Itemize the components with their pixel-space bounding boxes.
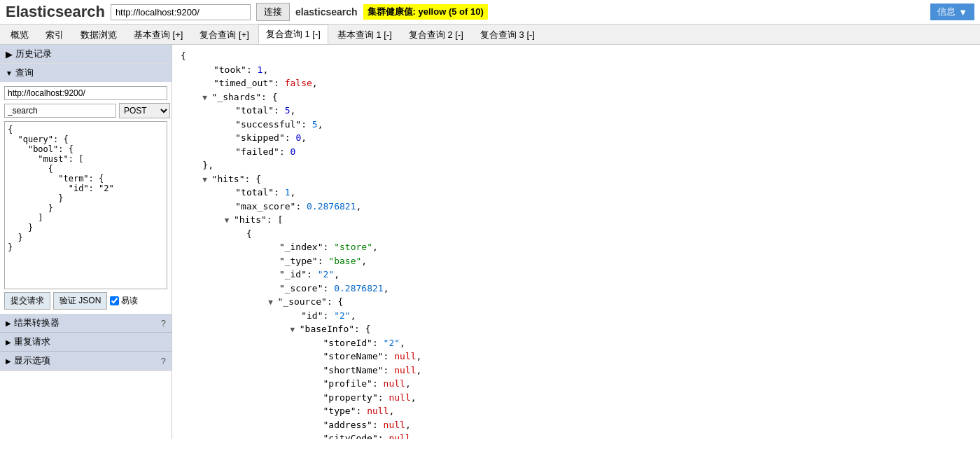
json-bracket: { [338, 296, 344, 307]
tab-item[interactable]: 数据浏览 [73, 25, 125, 44]
json-comma: , [411, 392, 416, 403]
info-button[interactable]: 信息 ▼ [930, 4, 974, 20]
submit-button[interactable]: 提交请求 [4, 292, 50, 310]
connect-button[interactable]: 连接 [256, 3, 290, 21]
result-line: ▼ "hits": [ [181, 213, 972, 227]
validate-json-button[interactable]: 验证 JSON [53, 292, 107, 310]
json-sep: : [378, 392, 389, 403]
result-line: "_id": "2", [181, 268, 972, 282]
tab-item[interactable]: 复合查询 2 [-] [401, 25, 471, 44]
json-key: "max_score" [235, 201, 295, 212]
json-link-value[interactable]: "2" [384, 338, 400, 348]
tool-label: 重复请求 [14, 336, 50, 348]
json-link-value[interactable]: 0.2876821 [334, 283, 383, 293]
header: Elasticsearch 连接 elasticsearch 集群健康值: ye… [0, 0, 980, 25]
sidebar-tool-item[interactable]: ▶ 结果转换器 ? [0, 314, 172, 333]
json-sep: : [354, 324, 365, 334]
result-line: "timed_out": false, [181, 76, 972, 90]
json-value: "store" [334, 242, 372, 252]
server-url-input[interactable] [111, 4, 251, 20]
json-key: "id" [301, 310, 323, 321]
chevron-down-icon: ▼ [958, 7, 967, 18]
json-sep: : [327, 296, 338, 307]
json-sep: : [372, 420, 384, 430]
json-value: null [388, 392, 410, 403]
json-key: "_shards" [212, 92, 261, 102]
json-sep: : [323, 283, 335, 293]
toggle-icon[interactable]: ▼ [202, 93, 211, 102]
tab-item[interactable]: 基本查询 1 [-] [330, 25, 400, 44]
json-key: "_type" [279, 256, 318, 266]
query-body-textarea[interactable] [4, 121, 167, 289]
json-comma: , [356, 201, 361, 212]
json-link-value[interactable]: 0.2876821 [307, 201, 356, 212]
toggle-icon[interactable]: ▼ [225, 216, 234, 225]
result-line: "total": 5, [181, 104, 972, 118]
json-link-value[interactable]: 1 [285, 187, 290, 198]
json-comma: , [290, 105, 296, 116]
tab-item[interactable]: 索引 [38, 25, 71, 44]
json-comma: , [372, 242, 378, 252]
query-path-input[interactable] [4, 104, 116, 118]
history-section: ▶ 历史记录 [0, 45, 172, 64]
result-line: ▼ "baseInfo": { [181, 322, 972, 336]
json-comma: , [334, 269, 340, 279]
result-line: "address": null, [181, 418, 972, 432]
help-icon[interactable]: ? [161, 356, 166, 366]
cluster-name: elasticsearch [295, 6, 358, 18]
json-key: "total" [235, 105, 274, 116]
json-comma: , [351, 310, 356, 321]
sidebar-tools: ▶ 结果转换器 ? ▶ 重复请求 ▶ 显示选项 ? [0, 314, 172, 371]
arrow-icon: ▼ [6, 69, 13, 77]
tabs-bar: 概览索引数据浏览基本查询 [+]复合查询 [+]复合查询 1 [-]基本查询 1… [0, 25, 980, 45]
result-line: "successful": 5, [181, 118, 972, 132]
query-method-select[interactable]: GETPOSTPUTDELETEHEAD [119, 103, 170, 118]
json-link-value[interactable]: 5 [312, 119, 318, 130]
toggle-icon[interactable]: ▼ [202, 175, 211, 184]
tab-item[interactable]: 复合查询 [+] [192, 25, 256, 44]
json-key: "took" [214, 64, 246, 75]
query-url-input[interactable] [4, 86, 167, 100]
toggle-icon[interactable]: ▼ [290, 325, 300, 334]
json-value: null [384, 420, 405, 430]
history-header[interactable]: ▶ 历史记录 [0, 45, 172, 63]
tab-item[interactable]: 复合查询 3 [-] [472, 25, 542, 44]
json-key: "address" [323, 420, 372, 430]
sidebar-tool-item[interactable]: ▶ 重复请求 [0, 333, 172, 352]
result-line: "_score": 0.2876821, [181, 282, 972, 296]
json-key: "hits" [212, 174, 245, 184]
sidebar-tool-item[interactable]: ▶ 显示选项 ? [0, 352, 172, 371]
json-bracket: { [365, 324, 371, 334]
result-line: { [181, 227, 972, 241]
json-key: "_id" [279, 269, 307, 279]
query-actions: 提交请求 验证 JSON 易读 [4, 292, 167, 310]
result-line: "shortName": null, [181, 364, 972, 378]
query-section-header[interactable]: ▼ 查询 [0, 64, 172, 82]
json-sep: : [246, 64, 258, 75]
tab-item[interactable]: 复合查询 1 [-] [258, 25, 328, 44]
result-panel[interactable]: { "took": 1, "timed_out": false, ▼ "_sha… [172, 45, 980, 439]
easyread-text: 易读 [121, 295, 138, 307]
tab-item[interactable]: 概览 [3, 25, 36, 44]
json-key: "_index" [279, 242, 323, 252]
tab-item[interactable]: 基本查询 [+] [126, 25, 190, 44]
query-label: 查询 [15, 67, 34, 79]
json-key: "skipped" [235, 132, 284, 143]
json-sep: : [274, 78, 285, 88]
toggle-icon[interactable]: ▼ [268, 298, 277, 307]
tool-item-label: ▶ 显示选项 [6, 354, 50, 367]
json-link-value[interactable]: "2" [334, 310, 350, 321]
json-value: null [384, 378, 405, 389]
json-sep: : [274, 105, 285, 116]
easyread-label[interactable]: 易读 [110, 295, 138, 307]
json-value: 5 [285, 105, 290, 116]
result-line: "profile": null, [181, 377, 972, 391]
json-value: "base" [328, 256, 361, 266]
json-link-value[interactable]: "2" [318, 269, 334, 279]
easyread-checkbox[interactable] [110, 296, 119, 305]
json-comma: , [416, 365, 422, 375]
help-icon[interactable]: ? [161, 318, 166, 329]
json-key: "shortName" [323, 365, 384, 375]
json-value: null [394, 351, 416, 361]
json-comma: , [405, 420, 411, 430]
